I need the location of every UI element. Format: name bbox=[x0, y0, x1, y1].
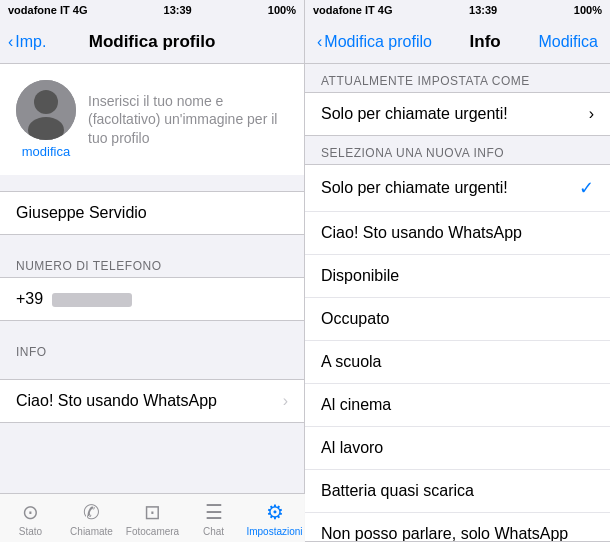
chevron-left-icon: ‹ bbox=[8, 33, 13, 51]
option-6-label: Al lavoro bbox=[321, 439, 383, 457]
nav-bar-left: ‹ Imp. Modifica profilo bbox=[0, 20, 304, 64]
left-panel: vodafone IT 4G 13:39 100% ‹ Imp. Modific… bbox=[0, 0, 305, 542]
back-label-left[interactable]: Imp. bbox=[15, 33, 46, 51]
profile-section: modifica Inserisci il tuo nome e (facolt… bbox=[0, 64, 304, 175]
carrier-right: vodafone IT 4G bbox=[313, 4, 392, 16]
status-bar-left: vodafone IT 4G 13:39 100% bbox=[0, 0, 304, 20]
tab-stato[interactable]: ⊙ Stato bbox=[0, 496, 61, 541]
option-7[interactable]: Batteria quasi scarica bbox=[305, 470, 610, 513]
option-3[interactable]: Occupato bbox=[305, 298, 610, 341]
option-6[interactable]: Al lavoro bbox=[305, 427, 610, 470]
back-label-right[interactable]: Modifica profilo bbox=[324, 33, 432, 51]
option-8[interactable]: Non posso parlare, solo WhatsApp bbox=[305, 513, 610, 542]
tab-bar: ⊙ Stato ✆ Chiamate ⊡ Fotocamera ☰ Chat ⚙… bbox=[0, 493, 305, 542]
profile-hint: Inserisci il tuo nome e (facoltativo) un… bbox=[88, 92, 288, 147]
stato-icon: ⊙ bbox=[22, 500, 39, 524]
page-title-right: Info bbox=[470, 32, 501, 52]
option-1-label: Ciao! Sto usando WhatsApp bbox=[321, 224, 522, 242]
chat-icon: ☰ bbox=[205, 500, 223, 524]
info-row[interactable]: Ciao! Sto usando WhatsApp › bbox=[0, 380, 304, 422]
modifica-link[interactable]: modifica bbox=[22, 144, 70, 159]
chiamate-icon: ✆ bbox=[83, 500, 100, 524]
checkmark-0: ✓ bbox=[579, 177, 594, 199]
tab-chiamate-label: Chiamate bbox=[70, 526, 113, 537]
time-left: 13:39 bbox=[164, 4, 192, 16]
battery-left: 100% bbox=[268, 4, 296, 16]
name-field[interactable]: Giuseppe Servidio bbox=[0, 192, 304, 234]
option-2[interactable]: Disponibile bbox=[305, 255, 610, 298]
nav-bar-right: ‹ Modifica profilo Info Modifica bbox=[305, 20, 610, 64]
new-info-header: SELEZIONA UNA NUOVA INFO bbox=[305, 136, 610, 164]
carrier-left: vodafone IT 4G bbox=[8, 4, 87, 16]
option-3-label: Occupato bbox=[321, 310, 389, 328]
phone-prefix: +39 bbox=[16, 290, 43, 307]
tab-chat[interactable]: ☰ Chat bbox=[183, 496, 244, 541]
chevron-right-icon: › bbox=[283, 392, 288, 410]
avatar-container[interactable]: modifica bbox=[16, 80, 76, 159]
option-4-label: A scuola bbox=[321, 353, 381, 371]
option-8-label: Non posso parlare, solo WhatsApp bbox=[321, 525, 568, 542]
tab-impostazioni[interactable]: ⚙ Impostazioni bbox=[244, 496, 305, 541]
chevron-left-icon-right: ‹ bbox=[317, 33, 322, 51]
current-info-value: Solo per chiamate urgenti! bbox=[321, 105, 508, 123]
battery-right: 100% bbox=[574, 4, 602, 16]
tab-stato-label: Stato bbox=[19, 526, 42, 537]
right-panel: vodafone IT 4G 13:39 100% ‹ Modifica pro… bbox=[305, 0, 610, 542]
info-value: Ciao! Sto usando WhatsApp bbox=[16, 392, 217, 410]
phone-section-header: NUMERO DI TELEFONO bbox=[0, 251, 304, 277]
phone-section-wrapper: NUMERO DI TELEFONO +39 bbox=[0, 251, 304, 321]
current-info-header: ATTUALMENTE IMPOSTATA COME bbox=[305, 64, 610, 92]
info-options-list: Solo per chiamate urgenti! ✓ Ciao! Sto u… bbox=[305, 164, 610, 542]
option-4[interactable]: A scuola bbox=[305, 341, 610, 384]
phone-blurred bbox=[52, 293, 132, 307]
phone-field[interactable]: +39 bbox=[0, 278, 304, 320]
chevron-right-current: › bbox=[589, 105, 594, 123]
svg-point-1 bbox=[34, 90, 58, 114]
info-section-wrapper: INFO Ciao! Sto usando WhatsApp › bbox=[0, 337, 304, 423]
info-section: Ciao! Sto usando WhatsApp › bbox=[0, 379, 304, 423]
modifica-button[interactable]: Modifica bbox=[538, 33, 598, 51]
current-info-row[interactable]: Solo per chiamate urgenti! › bbox=[305, 92, 610, 136]
name-section: Giuseppe Servidio bbox=[0, 191, 304, 235]
option-5[interactable]: Al cinema bbox=[305, 384, 610, 427]
impostazioni-icon: ⚙ bbox=[266, 500, 284, 524]
tab-chat-label: Chat bbox=[203, 526, 224, 537]
back-button-right[interactable]: ‹ Modifica profilo bbox=[317, 33, 432, 51]
option-2-label: Disponibile bbox=[321, 267, 399, 285]
page-title-left: Modifica profilo bbox=[89, 32, 216, 52]
phone-section: +39 bbox=[0, 277, 304, 321]
tab-fotocamera[interactable]: ⊡ Fotocamera bbox=[122, 496, 183, 541]
avatar[interactable] bbox=[16, 80, 76, 140]
option-7-label: Batteria quasi scarica bbox=[321, 482, 474, 500]
status-bar-right: vodafone IT 4G 13:39 100% bbox=[305, 0, 610, 20]
tab-fotocamera-label: Fotocamera bbox=[126, 526, 179, 537]
fotocamera-icon: ⊡ bbox=[144, 500, 161, 524]
option-1[interactable]: Ciao! Sto usando WhatsApp bbox=[305, 212, 610, 255]
option-0-label: Solo per chiamate urgenti! bbox=[321, 179, 508, 197]
option-5-label: Al cinema bbox=[321, 396, 391, 414]
time-right: 13:39 bbox=[469, 4, 497, 16]
info-section-header: INFO bbox=[0, 337, 304, 363]
tab-impostazioni-label: Impostazioni bbox=[246, 526, 302, 537]
back-button-left[interactable]: ‹ Imp. bbox=[8, 33, 46, 51]
option-0[interactable]: Solo per chiamate urgenti! ✓ bbox=[305, 165, 610, 212]
tab-chiamate[interactable]: ✆ Chiamate bbox=[61, 496, 122, 541]
